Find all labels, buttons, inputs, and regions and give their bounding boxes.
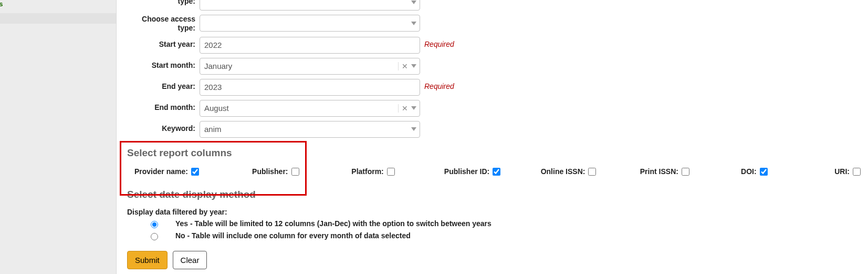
report-form: type: Choose access type: Start year: bbox=[117, 0, 862, 274]
doi-checkbox[interactable] bbox=[760, 168, 768, 176]
clear-icon[interactable]: ✕ bbox=[402, 104, 408, 113]
required-badge: Required bbox=[424, 79, 454, 90]
chevron-down-icon bbox=[411, 22, 416, 25]
end-month-select[interactable]: August ✕ bbox=[200, 100, 420, 117]
publisher-checkbox[interactable] bbox=[291, 168, 299, 176]
platform-checkbox[interactable] bbox=[387, 168, 395, 176]
publisher-label: Publisher: bbox=[252, 167, 288, 176]
start-year-label: Start year: bbox=[127, 37, 200, 49]
end-year-label: End year: bbox=[127, 79, 200, 91]
platform-label: Platform: bbox=[351, 167, 383, 176]
filter-by-year-no-radio[interactable] bbox=[151, 233, 158, 240]
access-type-select[interactable] bbox=[200, 15, 420, 32]
type-select[interactable] bbox=[200, 0, 420, 11]
uri-checkbox[interactable] bbox=[853, 168, 861, 176]
start-year-input[interactable] bbox=[200, 37, 420, 54]
end-year-input[interactable] bbox=[200, 79, 420, 96]
sidebar-active-highlight bbox=[0, 13, 116, 24]
chevron-down-icon bbox=[411, 106, 416, 110]
date-display-sublabel: Display data filtered by year: bbox=[127, 208, 862, 216]
date-display-heading: Select date display method bbox=[127, 189, 862, 200]
online-issn-checkbox[interactable] bbox=[588, 168, 596, 176]
provider-name-checkbox[interactable] bbox=[191, 168, 199, 176]
chevron-down-icon bbox=[411, 1, 416, 4]
start-month-label: Start month: bbox=[127, 58, 200, 70]
columns-heading: Select report columns bbox=[127, 147, 862, 159]
sidebar: ts bbox=[0, 0, 117, 274]
clear-button[interactable]: Clear bbox=[173, 251, 207, 269]
keyword-select[interactable]: anim bbox=[200, 121, 420, 138]
type-label: type: bbox=[127, 0, 200, 6]
clear-icon[interactable]: ✕ bbox=[402, 62, 408, 70]
publisher-id-label: Publisher ID: bbox=[444, 167, 489, 176]
online-issn-label: Online ISSN: bbox=[541, 167, 585, 176]
keyword-label: Keyword: bbox=[127, 121, 200, 133]
columns-options-row: Provider name: Publisher: Platform: Publ… bbox=[127, 166, 862, 177]
start-month-select[interactable]: January ✕ bbox=[200, 58, 420, 75]
chevron-down-icon bbox=[411, 127, 416, 131]
doi-label: DOI: bbox=[741, 167, 757, 176]
chevron-down-icon bbox=[411, 64, 416, 68]
sidebar-nav-item[interactable]: ts bbox=[0, 0, 116, 11]
print-issn-label: Print ISSN: bbox=[640, 167, 678, 176]
required-badge: Required bbox=[424, 37, 454, 48]
filter-by-year-yes-radio[interactable] bbox=[151, 221, 158, 228]
filter-by-year-no-label: No - Table will include one column for e… bbox=[175, 231, 411, 240]
print-issn-checkbox[interactable] bbox=[682, 168, 689, 176]
end-month-label: End month: bbox=[127, 100, 200, 112]
publisher-id-checkbox[interactable] bbox=[493, 168, 500, 176]
uri-label: URI: bbox=[834, 167, 850, 176]
submit-button[interactable]: Submit bbox=[127, 251, 168, 269]
filter-by-year-yes-label: Yes - Table will be limited to 12 column… bbox=[175, 219, 491, 228]
access-type-label: Choose access type: bbox=[127, 15, 200, 33]
provider-name-label: Provider name: bbox=[134, 167, 188, 176]
